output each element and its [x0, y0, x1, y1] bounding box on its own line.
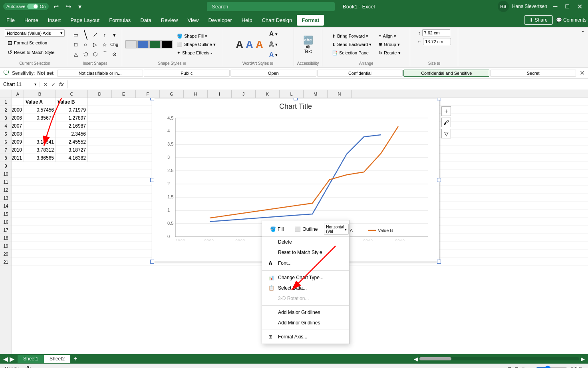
- row-header-5[interactable]: 5: [0, 130, 12, 138]
- send-backward-btn[interactable]: ⬇ Send Backward ▾: [329, 41, 374, 48]
- selection-dropdown[interactable]: Horizontal (Value) Axis ▾: [5, 29, 65, 37]
- text-fill-btn[interactable]: A ▾: [266, 29, 281, 39]
- menu-formulas[interactable]: Formulas: [104, 15, 135, 26]
- col-header-K[interactable]: K: [256, 90, 280, 98]
- cell-C4[interactable]: 2.16987: [56, 122, 88, 130]
- col-header-M[interactable]: M: [304, 90, 328, 98]
- chart-handle-bl[interactable]: [150, 260, 154, 264]
- cell-C7[interactable]: 3.18727: [56, 146, 88, 154]
- view-layout-btn[interactable]: ⊟: [514, 366, 518, 368]
- style-preset-1[interactable]: [125, 40, 137, 48]
- menu-insert[interactable]: Insert: [43, 15, 66, 26]
- add-sheet-btn[interactable]: +: [70, 354, 80, 363]
- row-header-6[interactable]: 6: [0, 138, 12, 146]
- chart-handle-left[interactable]: [150, 178, 154, 182]
- shape-up-btn[interactable]: ↑: [100, 30, 109, 39]
- row-header-11[interactable]: 11: [0, 178, 12, 186]
- row-header-3[interactable]: 3: [0, 114, 12, 122]
- cell-A6[interactable]: 2009: [12, 138, 24, 146]
- size-width-input[interactable]: [423, 38, 451, 45]
- ctx-font[interactable]: A Font...: [262, 258, 349, 269]
- row-header-18[interactable]: 18: [0, 234, 12, 242]
- ctx-change-chart[interactable]: 📊 Change Chart Type...: [262, 272, 349, 283]
- cell-A7[interactable]: 2010: [12, 146, 24, 154]
- more-commands-btn[interactable]: ▾: [76, 3, 84, 10]
- wordart-style-3[interactable]: A: [255, 38, 264, 52]
- chart-handle-tr[interactable]: [437, 98, 441, 100]
- sens-confidential[interactable]: Confidential: [317, 70, 403, 77]
- shape-change-btn[interactable]: Chg: [110, 40, 119, 49]
- cell-A2[interactable]: 2000: [12, 106, 24, 114]
- col-header-G[interactable]: G: [160, 90, 184, 98]
- ctx-format-axis[interactable]: ⊞ Format Axis...: [262, 332, 349, 342]
- col-header-J[interactable]: J: [232, 90, 256, 98]
- col-header-F[interactable]: F: [136, 90, 160, 98]
- restore-btn[interactable]: □: [563, 3, 572, 10]
- menu-help[interactable]: Help: [237, 15, 257, 26]
- name-box[interactable]: Chart 11 ▾: [0, 82, 40, 87]
- cell-C8[interactable]: 4.16382: [56, 154, 88, 162]
- row-header-16[interactable]: 16: [0, 218, 12, 226]
- row-header-12[interactable]: 12: [0, 186, 12, 194]
- sens-secret[interactable]: Secret: [490, 70, 576, 77]
- chart-add-btn[interactable]: +: [441, 106, 451, 116]
- row-header-20[interactable]: 20: [0, 250, 12, 258]
- accessibility-check-icon[interactable]: 👁: [25, 365, 32, 368]
- sensitivity-close-btn[interactable]: ✕: [576, 69, 588, 77]
- row-header-15[interactable]: 15: [0, 210, 12, 218]
- autosave-toggle[interactable]: AutoSave On: [3, 3, 49, 10]
- search-input[interactable]: [207, 2, 335, 11]
- menu-chart-design[interactable]: Chart Design: [257, 15, 297, 26]
- chart-title[interactable]: Chart Title: [156, 102, 435, 111]
- row-header-7[interactable]: 7: [0, 146, 12, 154]
- row-header-1[interactable]: 1: [0, 98, 12, 106]
- minimize-btn[interactable]: ─: [550, 3, 560, 10]
- style-preset-2[interactable]: [137, 40, 149, 48]
- col-header-L[interactable]: L: [280, 90, 304, 98]
- shape-fill-btn[interactable]: 🪣 Shape Fill ▾: [174, 32, 219, 40]
- shape-tri-btn[interactable]: △: [72, 50, 80, 58]
- shape-outline-btn[interactable]: ⬜ Shape Outline ▾: [174, 41, 219, 48]
- chart-handle-right[interactable]: [437, 178, 441, 182]
- row-header-2[interactable]: 2: [0, 106, 12, 114]
- collapse-ribbon-btn[interactable]: ⌃: [579, 28, 586, 66]
- col-header-C[interactable]: C: [56, 90, 88, 98]
- cell-C3[interactable]: 1.27897: [56, 114, 88, 122]
- formula-confirm-icon[interactable]: ✓: [50, 80, 57, 88]
- shape-diag-btn[interactable]: ⟋: [91, 30, 99, 39]
- menu-view[interactable]: View: [183, 15, 203, 26]
- row-header-10[interactable]: 10: [0, 170, 12, 178]
- menu-file[interactable]: File: [2, 15, 20, 26]
- cell-C2[interactable]: 0.71979: [56, 106, 88, 114]
- row-header-19[interactable]: 19: [0, 242, 12, 250]
- cell-A1[interactable]: [12, 98, 24, 106]
- menu-review[interactable]: Review: [156, 15, 183, 26]
- formula-cancel-icon[interactable]: ✕: [42, 80, 49, 88]
- sens-confidential-sensitive[interactable]: Confidential and Sensitive: [403, 70, 489, 77]
- formula-input[interactable]: [68, 81, 588, 87]
- cell-A5[interactable]: 2008: [12, 130, 24, 138]
- bring-forward-btn[interactable]: ⬆ Bring Forward ▾: [329, 32, 374, 40]
- col-header-B[interactable]: B: [24, 90, 56, 98]
- view-normal-btn[interactable]: ⊞: [507, 366, 511, 368]
- align-btn[interactable]: ≡ Align ▾: [376, 32, 403, 40]
- nav-right-btn[interactable]: ▶: [10, 355, 14, 363]
- chart-handle-top[interactable]: [294, 98, 298, 100]
- shape-effects-btn[interactable]: ✦ Shape Effects -: [174, 49, 219, 57]
- ctx-3d-rotation[interactable]: 3-D Rotation...: [262, 293, 349, 304]
- reset-to-match-btn[interactable]: ↺ Reset to Match Style: [5, 48, 58, 57]
- menu-home[interactable]: Home: [20, 15, 43, 26]
- shape-hex-btn[interactable]: ⬡: [91, 50, 99, 58]
- cell-B5[interactable]: [24, 130, 56, 138]
- text-effects-btn[interactable]: A ▾: [266, 50, 281, 60]
- shape-poly-btn[interactable]: ▷: [91, 40, 99, 49]
- cell-C6[interactable]: 2.45552: [56, 138, 88, 146]
- horizontal-scrollbar-track[interactable]: [419, 357, 579, 360]
- style-preset-3[interactable]: [149, 40, 161, 48]
- shape-circ-btn[interactable]: ○: [81, 40, 90, 49]
- chart-brush-btn[interactable]: 🖌: [441, 118, 451, 127]
- col-header-E[interactable]: E: [112, 90, 136, 98]
- ctx-dropdown[interactable]: Horizontal (Val ▾: [324, 224, 349, 235]
- share-button[interactable]: ⬆ Share: [524, 15, 552, 25]
- row-header-17[interactable]: 17: [0, 226, 12, 234]
